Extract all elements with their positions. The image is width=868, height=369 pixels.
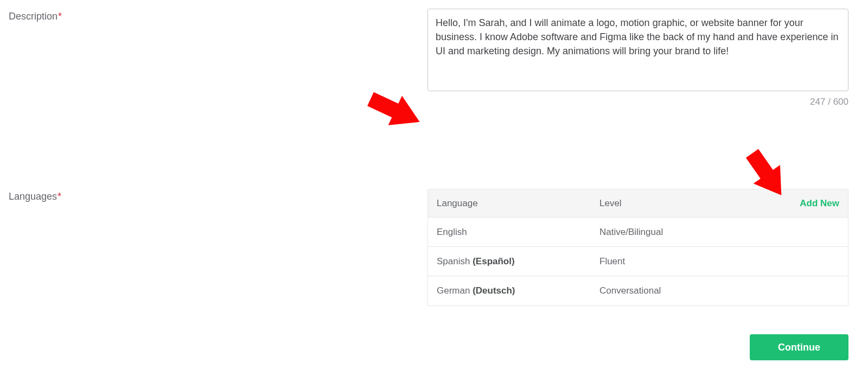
languages-row: Languages* Language Level Add New Englis…: [0, 189, 868, 306]
add-new-language-button[interactable]: Add New: [800, 198, 839, 209]
language-native: (Deutsch): [473, 285, 515, 296]
language-name: German: [437, 285, 473, 296]
description-row: Description* 247 / 600: [0, 0, 868, 107]
svg-rect-2: [746, 149, 774, 180]
languages-table-header: Language Level Add New: [428, 189, 848, 218]
languages-label: Languages*: [9, 191, 61, 202]
language-name-cell: German (Deutsch): [437, 285, 599, 296]
language-name-cell: English: [437, 227, 599, 238]
description-label: Description*: [9, 11, 62, 22]
description-textarea[interactable]: [427, 9, 848, 91]
languages-required-star: *: [58, 191, 61, 202]
languages-input-col: Language Level Add New English Native/Bi…: [427, 189, 851, 306]
description-input-col: 247 / 600: [427, 9, 851, 107]
languages-table: Language Level Add New English Native/Bi…: [427, 189, 848, 306]
language-name: English: [437, 227, 467, 237]
description-char-count: 247 / 600: [427, 97, 848, 107]
languages-label-text: Languages: [9, 191, 57, 202]
languages-label-col: Languages*: [9, 189, 427, 306]
table-row: English Native/Bilingual: [428, 218, 848, 247]
language-level-cell: Native/Bilingual: [599, 227, 839, 238]
language-native: (Español): [473, 256, 514, 266]
table-row: German (Deutsch) Conversational: [428, 276, 848, 306]
language-level-cell: Conversational: [599, 285, 839, 296]
language-name-cell: Spanish (Español): [437, 256, 599, 267]
description-label-col: Description*: [9, 9, 427, 107]
continue-button[interactable]: Continue: [750, 334, 848, 360]
language-name: Spanish: [437, 256, 473, 266]
languages-header-level: Level: [599, 198, 800, 209]
table-row: Spanish (Español) Fluent: [428, 247, 848, 276]
languages-header-language: Language: [437, 198, 599, 209]
description-required-star: *: [58, 11, 62, 22]
description-label-text: Description: [9, 11, 58, 22]
language-level-cell: Fluent: [599, 256, 839, 267]
